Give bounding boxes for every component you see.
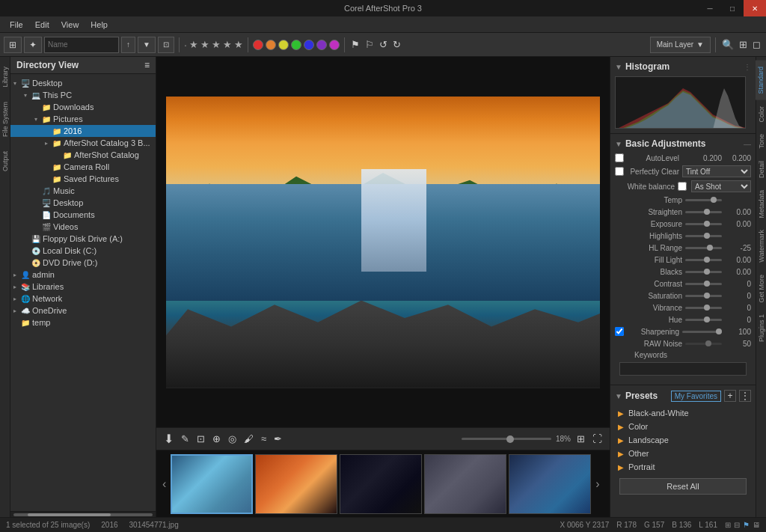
adj-slider-container-11[interactable] xyxy=(682,327,722,336)
basic-adj-options-icon[interactable]: — xyxy=(744,140,751,148)
adj-thumb-7[interactable] xyxy=(704,281,710,287)
maximize-button[interactable]: □ xyxy=(721,0,744,16)
tree-item-desktop2[interactable]: 🖥️Desktop xyxy=(10,197,156,209)
tree-item-desktop[interactable]: ▾🖥️Desktop xyxy=(10,77,156,89)
tab-getmore[interactable]: Get More xyxy=(756,269,767,309)
color-magenta[interactable] xyxy=(329,40,340,50)
preset-item-0[interactable]: ▶Black-and-White xyxy=(615,406,751,420)
tree-item-aftershotcatalog[interactable]: 📁AfterShot Catalog xyxy=(10,149,156,161)
menu-help[interactable]: Help xyxy=(85,19,114,31)
tree-item-pictures[interactable]: ▾📁Pictures xyxy=(10,113,156,125)
adj-thumb-11[interactable] xyxy=(716,328,722,334)
adj-thumb-12[interactable] xyxy=(705,340,711,346)
wb-dropdown[interactable]: As Shot xyxy=(691,180,751,192)
directory-scrollbar[interactable] xyxy=(10,511,156,517)
adj-thumb-3[interactable] xyxy=(704,233,710,239)
adj-slider-container-9[interactable] xyxy=(685,303,722,312)
keywords-input[interactable] xyxy=(619,362,747,376)
rotate-cw-icon[interactable]: ↻ xyxy=(391,37,402,52)
menu-edit[interactable]: Edit xyxy=(29,19,55,31)
redeye-icon[interactable]: ◎ xyxy=(227,432,238,446)
tree-item-floppya[interactable]: 💾Floppy Disk Drive (A:) xyxy=(10,233,156,245)
directory-options-icon[interactable]: ≡ xyxy=(144,60,150,70)
color-orange[interactable] xyxy=(266,40,276,50)
edit-tool-icon[interactable]: ✎ xyxy=(180,432,191,446)
adj-slider-container-4[interactable] xyxy=(685,243,722,252)
adj-slider-container-3[interactable] xyxy=(685,231,722,240)
presets-collapse-icon[interactable]: ▼ xyxy=(615,392,622,400)
filmstrip-thumb-2[interactable] xyxy=(340,454,422,514)
status-icon-1[interactable]: ⊞ xyxy=(725,521,731,529)
filmstrip-scroll-right[interactable]: › xyxy=(593,477,601,491)
pen-icon[interactable]: ✒ xyxy=(272,432,284,446)
tree-item-dvdd[interactable]: 📀DVD Drive (D:) xyxy=(10,257,156,269)
tab-tone[interactable]: Tone xyxy=(756,128,767,155)
fit-view-icon[interactable]: ⊞ xyxy=(575,432,586,446)
fullscreen-icon[interactable]: ⛶ xyxy=(591,432,604,446)
color-yellow[interactable] xyxy=(278,40,289,50)
adj-slider-container-2[interactable] xyxy=(685,219,722,228)
flag-icon[interactable]: ⚑ xyxy=(349,37,361,52)
adj-slider-container-7[interactable] xyxy=(685,279,722,288)
sort-options-button[interactable]: ▼ xyxy=(138,37,156,53)
tree-item-cameraroll[interactable]: 📁Camera Roll xyxy=(10,161,156,173)
tree-item-aftershot3b[interactable]: ▸📁AfterShot Catalog 3 B... xyxy=(10,137,156,149)
filmstrip-thumb-0[interactable] xyxy=(171,454,253,514)
preset-item-4[interactable]: ▶Portrait xyxy=(615,460,751,474)
wb-checkbox[interactable] xyxy=(678,182,687,191)
adj-slider-container-10[interactable] xyxy=(685,315,722,324)
tree-item-admin[interactable]: ▸👤admin xyxy=(10,269,156,281)
tab-library[interactable]: Library xyxy=(0,61,10,94)
status-flag-icon[interactable]: ⚑ xyxy=(743,521,750,529)
tab-output[interactable]: Output xyxy=(0,145,10,177)
export-button[interactable]: ⊡ xyxy=(158,37,174,53)
tree-item-temp[interactable]: 📁temp xyxy=(10,317,156,328)
adj-slider-container-5[interactable] xyxy=(685,255,722,264)
histogram-collapse-icon[interactable]: ▼ xyxy=(615,63,622,71)
adj-thumb-9[interactable] xyxy=(704,305,710,311)
adj-thumb-1[interactable] xyxy=(704,209,710,215)
tree-item-thispc[interactable]: ▾💻This PC xyxy=(10,89,156,101)
zoom-slider[interactable] xyxy=(462,438,551,440)
color-red[interactable] xyxy=(253,40,263,50)
tree-item-music[interactable]: 🎵Music xyxy=(10,185,156,197)
adj-thumb-5[interactable] xyxy=(704,257,710,263)
basic-adj-collapse-icon[interactable]: ▼ xyxy=(615,140,622,148)
tab-watermark[interactable]: Watermark xyxy=(756,224,767,269)
tree-item-downloads[interactable]: 📁Downloads xyxy=(10,101,156,113)
star-1[interactable]: ★ xyxy=(189,39,198,50)
status-icon-2[interactable]: ⊟ xyxy=(734,521,740,529)
filmstrip-thumb-3[interactable] xyxy=(424,454,506,514)
main-layer-button[interactable]: Main Layer ▼ xyxy=(650,37,711,53)
star-2[interactable]: ★ xyxy=(200,39,209,50)
develop-button[interactable]: ✦ xyxy=(24,37,42,53)
reset-all-button[interactable]: Reset All xyxy=(619,478,747,495)
tree-item-2016[interactable]: 📁2016 xyxy=(10,125,156,137)
star-3[interactable]: ★ xyxy=(212,39,221,50)
color-green[interactable] xyxy=(291,40,301,50)
autolevel-checkbox[interactable] xyxy=(615,153,624,162)
filmstrip-thumb-1[interactable] xyxy=(255,454,337,514)
tree-item-onedrive[interactable]: ▸☁️OneDrive xyxy=(10,305,156,317)
tab-metadata[interactable]: Metadata xyxy=(756,184,767,224)
filmstrip-scroll-left[interactable]: ‹ xyxy=(160,477,168,491)
adj-slider-container-1[interactable] xyxy=(685,207,722,216)
tree-item-videos[interactable]: 🎬Videos xyxy=(10,221,156,233)
adj-slider-container-6[interactable] xyxy=(685,267,722,276)
import-icon[interactable]: ⬇ xyxy=(162,430,175,447)
star-4[interactable]: ★ xyxy=(223,39,232,50)
view-grid-icon[interactable]: ⊞ xyxy=(738,37,749,52)
unflag-icon[interactable]: ⚐ xyxy=(364,37,376,52)
tab-detail[interactable]: Detail xyxy=(756,155,767,184)
star-5[interactable]: ★ xyxy=(234,39,243,50)
histogram-options-icon[interactable]: ⋮ xyxy=(744,63,751,71)
view-single-icon[interactable]: ◻ xyxy=(751,37,762,52)
brush-icon[interactable]: 🖌 xyxy=(242,432,255,446)
adj-thumb-4[interactable] xyxy=(707,245,713,251)
adj-checkbox-11[interactable] xyxy=(615,327,624,336)
tab-color[interactable]: Color xyxy=(756,100,767,129)
tab-plugins[interactable]: Plugins 1 xyxy=(756,308,767,348)
photo-viewer[interactable] xyxy=(156,57,610,427)
perfectly-clear-checkbox[interactable] xyxy=(615,167,624,176)
tab-standard[interactable]: Standard xyxy=(756,61,767,100)
